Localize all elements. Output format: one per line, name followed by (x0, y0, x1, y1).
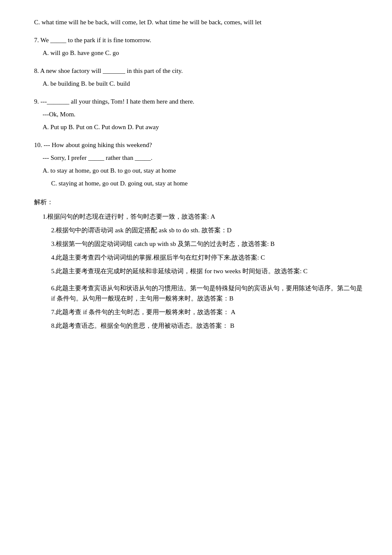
q8-options-text: A. be building B. be built C. build (43, 78, 366, 89)
q7-options-text: A. will go B. have gone C. go (43, 48, 366, 58)
cd-option-text: C. what time will he be back, will come,… (34, 17, 366, 27)
q9-options-text: A. Put up B. Put on C. Put down D. Put a… (43, 122, 366, 132)
analysis-5-text: 5.此题主要考查现在完成时的延续和非延续动词，根据 for two weeks … (51, 266, 366, 276)
page-content: C. what time will he be back, will come,… (34, 17, 366, 331)
q7-options: A. will go B. have gone C. go (43, 48, 366, 58)
analysis-header: 解析： (34, 197, 366, 207)
q8-text: 8. A new shoe factory will _______ in th… (34, 66, 366, 76)
analysis-6-text: 6.此题主要考查宾语从句和状语从句的习惯用法。第一句是特殊疑问句的宾语从句，要用… (51, 283, 366, 304)
question-10: 10. --- How about going hiking this week… (34, 140, 366, 188)
analysis-6: 6.此题主要考查宾语从句和状语从句的习惯用法。第一句是特殊疑问句的宾语从句，要用… (51, 283, 366, 304)
analysis-2-text: 2.根据句中的谓语动词 ask 的固定搭配 ask sb to do sth. … (51, 225, 366, 235)
analysis-1: 1.根据问句的时态现在进行时，答句时态要一致，故选答案: A (43, 211, 366, 222)
q9-options: A. Put up B. Put on C. Put down D. Put a… (43, 122, 366, 132)
analysis-8: 8.此题考查语态。根据全句的意思，使用被动语态。故选答案： B (51, 321, 366, 331)
analysis-8-text: 8.此题考查语态。根据全句的意思，使用被动语态。故选答案： B (51, 321, 366, 331)
q9-text: 9. ---_______ all your things, Tom! I ha… (34, 96, 366, 107)
analysis-7: 7.此题考查 if 条件句的主句时态，要用一般将来时，故选答案： A (51, 307, 366, 317)
analysis-4-text: 4.此题主要考查四个动词词组的掌握.根据后半句在红灯时停下来,故选答案: C (51, 252, 366, 263)
analysis-7-text: 7.此题考查 if 条件句的主句时态，要用一般将来时，故选答案： A (51, 307, 366, 317)
analysis-4: 4.此题主要考查四个动词词组的掌握.根据后半句在红灯时停下来,故选答案: C (51, 252, 366, 263)
q10-option-ab: A. to stay at home, go out B. to go out,… (43, 165, 366, 176)
analysis-section: 解析： 1.根据问句的时态现在进行时，答句时态要一致，故选答案: A 2.根据句… (34, 197, 366, 331)
q10-text: 10. --- How about going hiking this week… (34, 140, 366, 150)
q10-dialogue1: --- Sorry, I prefer _____ rather than __… (43, 153, 366, 163)
q10-option-cd: C. staying at home, go out D. going out,… (51, 178, 366, 188)
q10-dialogue1-text: --- Sorry, I prefer _____ rather than __… (43, 153, 366, 163)
q10-options: A. to stay at home, go out B. to go out,… (43, 165, 366, 188)
q8-options: A. be building B. be built C. build (43, 78, 366, 89)
analysis-1-text: 1.根据问句的时态现在进行时，答句时态要一致，故选答案: A (43, 211, 366, 222)
analysis-2: 2.根据句中的谓语动词 ask 的固定搭配 ask sb to do sth. … (51, 225, 366, 235)
q9-dialogue: ---Ok, Mom. (43, 109, 366, 119)
question-8: 8. A new shoe factory will _______ in th… (34, 66, 366, 89)
prev-question-cd-options: C. what time will he be back, will come,… (34, 17, 366, 27)
analysis-5: 5.此题主要考查现在完成时的延续和非延续动词，根据 for two weeks … (51, 266, 366, 276)
question-7: 7. We _____ to the park if it is fine to… (34, 35, 366, 58)
question-9: 9. ---_______ all your things, Tom! I ha… (34, 96, 366, 132)
q9-dialogue-text: ---Ok, Mom. (43, 109, 366, 119)
analysis-3: 3.根据第一句的固定动词词组 catch up with sb 及第二句的过去时… (51, 239, 366, 249)
q7-text: 7. We _____ to the park if it is fine to… (34, 35, 366, 45)
analysis-3-text: 3.根据第一句的固定动词词组 catch up with sb 及第二句的过去时… (51, 239, 366, 249)
